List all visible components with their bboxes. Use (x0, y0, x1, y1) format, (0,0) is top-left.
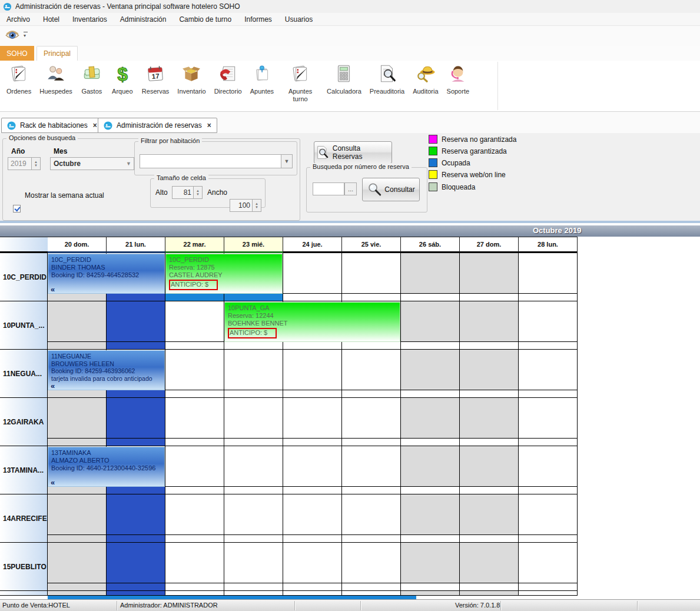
reservation-block[interactable]: 11NEGUANJE BROUWERS HELEEN Booking ID: 8… (48, 350, 165, 390)
spinner-arrows-icon[interactable]: ▲▼ (252, 200, 261, 211)
blocked-day-cell[interactable] (48, 494, 106, 534)
blocked-day-cell[interactable] (460, 494, 518, 534)
ribbon-button-preauditoria[interactable]: Preauditoria (366, 62, 409, 97)
day-header-26[interactable]: 26 sáb. (401, 237, 460, 253)
blocked-day-cell[interactable] (401, 446, 459, 486)
cell-height-spinner[interactable]: 81 ▲▼ (172, 186, 203, 199)
ribbon-button-apuntes-turno[interactable]: Apuntes turno (278, 62, 323, 104)
occupied-day-cell[interactable] (107, 543, 165, 583)
ribbon-button-calculadora[interactable]: Calculadora (323, 62, 366, 97)
blocked-day-cell[interactable] (48, 301, 106, 341)
menu-item-informes[interactable]: Informes (238, 15, 278, 24)
room-label[interactable]: 14ARRECIFE (0, 494, 47, 542)
collapse-marker[interactable]: « (51, 479, 55, 486)
filter-room-combobox[interactable]: ▼ (140, 154, 293, 168)
close-tab-icon[interactable]: × (207, 121, 211, 129)
quick-access-dropdown-icon[interactable]: ▾ (24, 32, 29, 38)
occupied-day-cell[interactable] (107, 398, 165, 438)
blocked-day-cell[interactable] (401, 301, 459, 341)
blocked-day-cell[interactable] (460, 446, 518, 486)
menu-item-hotel[interactable]: Hotel (37, 15, 66, 24)
ribbon-button-huespedes[interactable]: Huespedes (35, 62, 77, 97)
blocked-day-cell[interactable] (460, 398, 518, 438)
ribbon-tab-soho[interactable]: SOHO (0, 46, 34, 61)
room-label[interactable]: 12GAIRAKA (0, 398, 47, 446)
room-label[interactable]: 10C_PERDID (0, 253, 47, 301)
reservation-number-input[interactable] (313, 182, 344, 195)
day-header-23[interactable]: 23 mié. (224, 237, 283, 253)
blocked-day-cell[interactable] (48, 398, 106, 438)
title-bar: Administración de reservas - Ventana pri… (0, 0, 700, 13)
menu-item-administracion[interactable]: Administración (114, 15, 173, 24)
occupied-day-cell[interactable] (107, 301, 165, 341)
day-header-20[interactable]: 20 dom. (48, 237, 107, 253)
collapse-marker[interactable]: « (51, 285, 55, 293)
tab-administracion-de-reservas[interactable]: Administración de reservas × (98, 118, 217, 133)
ribbon-button-gastos[interactable]: Gastos (77, 62, 107, 97)
calendar-row[interactable] (0, 543, 578, 583)
month-combobox[interactable]: Octubre ▼ (50, 157, 134, 170)
ribbon-button-arqueo[interactable]: $ Arqueo (107, 62, 138, 97)
day-header-24[interactable]: 24 jue. (283, 237, 342, 253)
tab-rack-de-habitaciones[interactable]: Rack de habitaciones × (1, 118, 103, 133)
room-label[interactable]: 11NEGUA... (0, 350, 47, 397)
ribbon-button-auditoria[interactable]: Auditoria (409, 62, 442, 97)
room-label[interactable]: 13TAMINA... (0, 446, 47, 494)
blocked-day-cell[interactable] (401, 398, 459, 438)
room-label[interactable]: 10PUNTA_... (0, 301, 47, 349)
blocked-day-cell[interactable] (48, 543, 106, 583)
blocked-day-cell[interactable] (460, 350, 518, 390)
chevron-down-icon[interactable]: ▼ (281, 155, 292, 168)
ribbon-tab-principal[interactable]: Principal (37, 46, 78, 61)
window-title: Administración de reservas - Ventana pri… (15, 2, 240, 11)
spinner-arrows-icon[interactable]: ▲▼ (31, 158, 40, 170)
ellipsis-button[interactable]: ... (344, 182, 357, 195)
reservation-block[interactable]: 13TAMINAKA ALMAZO ALBERTO Booking ID: 46… (48, 447, 165, 487)
blocked-day-cell[interactable] (460, 543, 518, 583)
strip-cell-gray (48, 439, 106, 446)
ribbon-button-inventario[interactable]: Inventario (173, 62, 210, 97)
menu-item-cambio-de-turno[interactable]: Cambio de turno (172, 15, 238, 24)
blocked-day-cell[interactable] (460, 301, 518, 341)
menu-item-usuarios[interactable]: Usuarios (278, 15, 319, 24)
calendar-row[interactable] (0, 494, 578, 535)
ribbon-button-directorio[interactable]: Directorio (210, 62, 246, 97)
ribbon-button-soporte[interactable]: Soporte (443, 62, 474, 97)
blocked-day-cell[interactable] (401, 543, 459, 583)
day-header-22[interactable]: 22 mar. (165, 237, 224, 253)
ribbon-button-ordenes[interactable]: Ordenes (2, 62, 35, 97)
day-header-25[interactable]: 25 vie. (342, 237, 401, 253)
reservation-block[interactable]: 10C_PERDID BINDER THOMAS Booking ID: 842… (48, 254, 165, 294)
ribbon-button-apuntes[interactable]: Apuntes (246, 62, 278, 97)
occupied-day-cell[interactable] (107, 494, 165, 534)
dollar-sign-icon: $ (112, 64, 132, 86)
strip-cell-gray (48, 583, 106, 590)
filter-room-input[interactable] (140, 157, 281, 165)
blocked-day-cell[interactable] (401, 350, 459, 390)
eye-icon[interactable] (5, 28, 20, 43)
consultar-button[interactable]: Consultar (362, 178, 420, 201)
menu-item-inventarios[interactable]: Inventarios (66, 15, 114, 24)
room-label[interactable]: 15PUEBLITO (0, 543, 47, 590)
year-spinner[interactable]: 2019 ▲▼ (8, 157, 41, 170)
blocked-day-cell[interactable] (401, 253, 459, 293)
reservation-block[interactable]: 10PUNTA_GA Reserva: 12244 BOEHNKE BENNET… (224, 302, 400, 342)
legend-item: Reserva web/on line (429, 170, 506, 179)
spinner-arrows-icon[interactable]: ▲▼ (193, 187, 202, 198)
day-header-28[interactable]: 28 lun. (519, 237, 578, 253)
consulta-reservas-button[interactable]: Consulta Reservas (314, 141, 392, 164)
ribbon-button-reservas[interactable]: 17 Reservas (138, 62, 173, 97)
cell-width-spinner[interactable]: 100 ▲▼ (230, 199, 261, 212)
day-header-27[interactable]: 27 dom. (460, 237, 519, 253)
close-tab-icon[interactable]: × (93, 121, 97, 129)
blocked-day-cell[interactable] (460, 253, 518, 293)
blocked-day-cell[interactable] (401, 494, 459, 534)
calendar-row[interactable] (0, 398, 578, 439)
strip-cell-occupied (107, 591, 165, 595)
reservation-block[interactable]: 10C_PERDID Reserva: 12875 CASTEL AUDREY … (165, 254, 283, 294)
menu-item-archivo[interactable]: Archivo (0, 15, 37, 24)
day-header-21[interactable]: 21 lun. (107, 237, 165, 253)
show-current-week-checkbox[interactable] (13, 205, 21, 212)
filter-room-group: Filtrar por habitación ▼ (134, 141, 297, 175)
collapse-marker[interactable]: « (51, 383, 55, 390)
